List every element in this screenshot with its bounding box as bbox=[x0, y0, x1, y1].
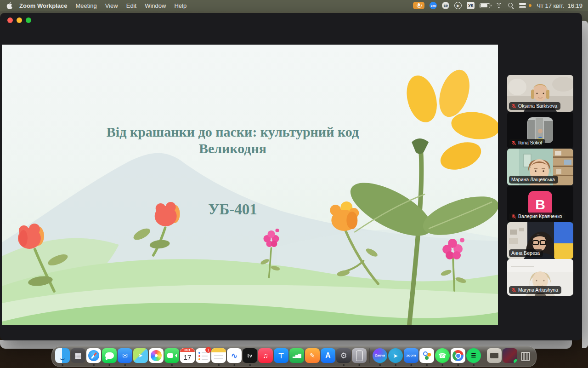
photos-dock-icon[interactable] bbox=[149, 348, 164, 366]
running-indicator bbox=[124, 364, 126, 366]
menubar-status-area: zm 69 ▶ УК Чт 17 квіт. 16:19 bbox=[413, 2, 582, 9]
spotlight-search-icon[interactable] bbox=[508, 2, 514, 9]
background-window-sliver bbox=[582, 21, 588, 348]
running-indicator bbox=[108, 364, 110, 366]
muted-mic-icon bbox=[511, 140, 516, 145]
slide-group-label: УБ-401 bbox=[85, 201, 381, 218]
dock-separator bbox=[484, 348, 484, 363]
menubar-clock[interactable]: Чт 17 квіт. 16:19 bbox=[537, 2, 582, 9]
running-indicator bbox=[410, 364, 412, 366]
running-indicator bbox=[249, 364, 251, 366]
numbers-dock-icon[interactable]: ▂▅▇ bbox=[289, 348, 304, 366]
muted-mic-icon bbox=[511, 288, 516, 293]
finder-dock-icon[interactable] bbox=[55, 348, 70, 366]
dock: ▦✉➤КВІТ171∿tv♫⊤▂▅▇✎A⚙Canva➤zoom☎☰▥ bbox=[51, 346, 537, 367]
whatsapp-dock-icon[interactable]: ☎ bbox=[435, 348, 450, 366]
folder-dock-icon[interactable] bbox=[487, 348, 502, 366]
participant-tile-ilona-sokol[interactable]: Ilona Sokol bbox=[507, 112, 573, 149]
appstore-dock-icon[interactable]: A bbox=[321, 348, 335, 366]
music-dock-icon[interactable]: ♫ bbox=[258, 348, 273, 366]
settings-dock-icon[interactable]: ⚙ bbox=[336, 348, 351, 366]
running-indicator bbox=[218, 364, 220, 366]
menu-edit[interactable]: Edit bbox=[126, 2, 136, 9]
menubar-app-name[interactable]: Zoom Workplace bbox=[19, 2, 68, 9]
play-status-icon[interactable]: ▶ bbox=[454, 2, 462, 9]
mic-in-use-indicator[interactable] bbox=[413, 2, 424, 9]
running-indicator bbox=[473, 364, 475, 366]
participant-tile-анна-береза[interactable]: Анна Береза bbox=[507, 222, 573, 259]
reminders-badge: 1 bbox=[205, 347, 211, 353]
menu-view[interactable]: View bbox=[105, 2, 118, 9]
participant-tile-maryna-artiushyna[interactable]: Maryna Artiushyna bbox=[507, 259, 573, 296]
reminders-dock-icon[interactable]: 1 bbox=[196, 348, 210, 366]
appletv-dock-icon[interactable]: tv bbox=[243, 348, 257, 366]
battery-icon[interactable] bbox=[480, 3, 490, 8]
messages-dock-icon[interactable] bbox=[102, 348, 117, 366]
running-indicator bbox=[426, 364, 428, 366]
minimized-dock-icon[interactable] bbox=[503, 348, 517, 366]
shared-screen-slide: Від крашанки до паски: культурний код Ве… bbox=[2, 45, 498, 325]
running-indicator bbox=[171, 364, 173, 366]
zoom-menubar-icon[interactable]: zm bbox=[430, 2, 437, 9]
passwords-dock-icon[interactable] bbox=[419, 348, 434, 366]
svg-text:B: B bbox=[535, 197, 545, 212]
iphone-dock-icon[interactable] bbox=[352, 348, 367, 366]
fullscreen-window-button[interactable] bbox=[26, 17, 31, 23]
participant-name-label: Maryna Artiushyna bbox=[509, 286, 561, 294]
keynote-dock-icon[interactable]: ⊤ bbox=[274, 348, 288, 366]
control-center-icon[interactable] bbox=[519, 3, 526, 8]
maps-dock-icon[interactable]: ➤ bbox=[133, 348, 148, 366]
participant-name-label: Анна Береза bbox=[509, 249, 543, 257]
telegram-dock-icon[interactable]: ➤ bbox=[388, 348, 403, 366]
keyboard-input-source[interactable]: УК bbox=[467, 2, 475, 9]
menu-bar: Zoom Workplace MeetingViewEditWindowHelp… bbox=[0, 0, 588, 11]
pages-dock-icon[interactable]: ✎ bbox=[305, 348, 320, 366]
muted-mic-icon bbox=[511, 104, 516, 109]
running-indicator bbox=[395, 364, 396, 366]
menubar-menus: MeetingViewEditWindowHelp bbox=[76, 2, 195, 9]
window-controls bbox=[7, 17, 31, 23]
running-indicator bbox=[62, 364, 63, 366]
minimize-window-button[interactable] bbox=[17, 17, 22, 23]
canva-dock-icon[interactable]: Canva bbox=[373, 348, 387, 366]
wifi-icon[interactable] bbox=[495, 3, 503, 8]
running-indicator bbox=[441, 364, 443, 366]
trash-dock-icon[interactable]: ▥ bbox=[518, 348, 533, 366]
running-indicator bbox=[233, 364, 235, 366]
participant-name-label: Валерия Кравченко bbox=[509, 213, 565, 220]
zoom-meeting-window: Від крашанки до паски: культурний код Ве… bbox=[0, 13, 582, 340]
menu-help[interactable]: Help bbox=[174, 2, 187, 9]
running-indicator bbox=[343, 364, 345, 366]
notes-dock-icon[interactable] bbox=[211, 348, 226, 366]
chrome-dock-icon[interactable] bbox=[451, 348, 465, 366]
running-indicator bbox=[457, 364, 459, 366]
running-indicator bbox=[379, 364, 381, 366]
close-window-button[interactable] bbox=[7, 17, 13, 23]
spotify-dock-icon[interactable]: ☰ bbox=[466, 348, 481, 366]
facetime-dock-icon[interactable] bbox=[164, 348, 179, 366]
participant-tile-валерия-кравченко[interactable]: B Валерия Кравченко bbox=[507, 185, 573, 222]
counter-badge-icon[interactable]: 69 bbox=[442, 2, 449, 9]
menu-window[interactable]: Window bbox=[145, 2, 166, 9]
participant-tile-oksana-sarkisova[interactable]: Oksana Sarkisova bbox=[507, 75, 573, 112]
participant-tile-марина-лащевська[interactable]: Марина Лащевська bbox=[507, 149, 573, 185]
apple-menu-icon[interactable] bbox=[6, 2, 13, 9]
desktop: { "menu_bar": { "app_name": "Zoom Workpl… bbox=[0, 0, 588, 368]
participant-name-label: Марина Лащевська bbox=[509, 176, 558, 184]
notification-dot bbox=[529, 4, 531, 7]
zoomapp-dock-icon[interactable]: zoom bbox=[404, 348, 418, 366]
slide-title: Від крашанки до паски: культурний код Ве… bbox=[85, 124, 381, 157]
mail-dock-icon[interactable]: ✉ bbox=[118, 348, 132, 366]
participant-name-label: Oksana Sarkisova bbox=[509, 102, 560, 110]
freeform-dock-icon[interactable]: ∿ bbox=[227, 348, 242, 366]
running-indicator bbox=[93, 364, 95, 366]
menu-meeting[interactable]: Meeting bbox=[76, 2, 97, 9]
slide-illustration bbox=[2, 45, 498, 325]
participants-strip: Oksana Sarkisova Ilona Sokol bbox=[507, 75, 573, 296]
launchpad-dock-icon[interactable]: ▦ bbox=[71, 348, 85, 366]
running-indicator bbox=[358, 364, 360, 366]
calendar-dock-icon[interactable]: КВІТ17 bbox=[180, 348, 195, 363]
safari-dock-icon[interactable] bbox=[86, 348, 101, 366]
muted-mic-icon bbox=[511, 214, 516, 219]
participant-name-label: Ilona Sokol bbox=[509, 139, 545, 147]
